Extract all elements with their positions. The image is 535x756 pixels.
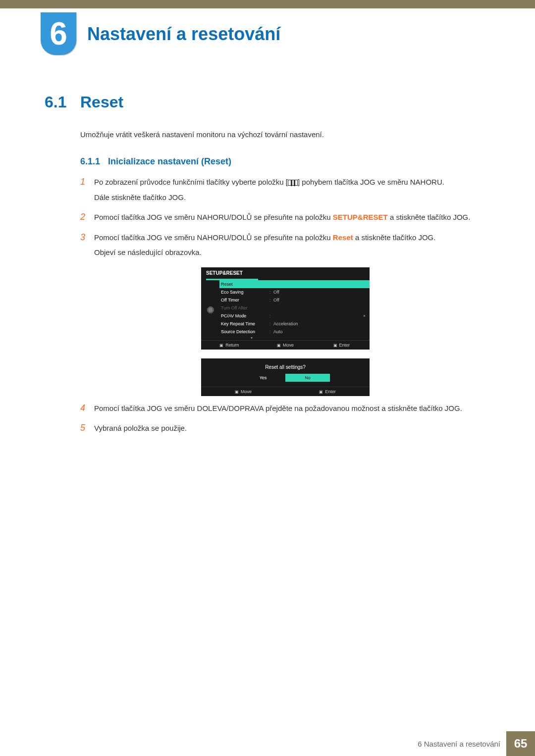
steps-list: 1 Po zobrazení průvodce funkčními tlačít… bbox=[80, 177, 490, 434]
section-title: Reset bbox=[80, 93, 123, 111]
subsection-title: Inicializace nastavení (Reset) bbox=[108, 156, 231, 167]
step-2: 2 Pomocí tlačítka JOG ve směru NAHORU/DO… bbox=[80, 212, 490, 223]
step-5: 5 Vybraná položka se použije. bbox=[80, 423, 490, 434]
step-body: Vybraná položka se použije. bbox=[94, 423, 187, 434]
step-1: 1 Po zobrazení průvodce funkčními tlačít… bbox=[80, 177, 490, 203]
step-number: 4 bbox=[80, 403, 94, 414]
chapter-title: Nastavení a resetování bbox=[87, 24, 280, 45]
osd-row-srcdet: Source Detection : Auto bbox=[220, 328, 370, 336]
step-number: 5 bbox=[80, 423, 94, 434]
chapter-number: 6 bbox=[50, 15, 67, 52]
osd-enter-button: Enter bbox=[314, 341, 370, 350]
osd-row-offtimer: Off Timer : Off bbox=[220, 296, 370, 304]
osd-footer: Return Move Enter bbox=[201, 340, 370, 350]
chapter-badge: 6 bbox=[41, 12, 76, 55]
osd-yes-button: Yes bbox=[241, 374, 285, 382]
osd-confirm: Reset all settings? Yes No Move Enter bbox=[201, 358, 370, 396]
section-number: 6.1 bbox=[45, 93, 80, 111]
step-number: 2 bbox=[80, 212, 94, 223]
step-number: 3 bbox=[80, 232, 94, 258]
osd-move-button: Move bbox=[257, 341, 313, 350]
keyword-setup-reset: SETUP&RESET bbox=[333, 213, 388, 221]
osd-row-eco: Eco Saving : Off bbox=[220, 288, 370, 296]
step-body: Pomocí tlačítka JOG ve směru NAHORU/DOLŮ… bbox=[94, 232, 435, 258]
osd-menu: SETUP&RESET Reset Eco Saving : bbox=[201, 267, 370, 350]
step-3: 3 Pomocí tlačítka JOG ve směru NAHORU/DO… bbox=[80, 232, 490, 258]
osd-confirm-question: Reset all settings? bbox=[201, 358, 370, 374]
content: 6.1 Reset Umožňuje vrátit veškerá nastav… bbox=[45, 93, 490, 443]
osd-row-turnoff: Turn Off After bbox=[220, 304, 370, 312]
keyword-reset: Reset bbox=[333, 233, 353, 242]
osd-enter-button: Enter bbox=[285, 387, 370, 396]
footer-chapter-ref: 6 Nastavení a resetování bbox=[418, 740, 500, 748]
osd-row-pcav: PC/AV Mode : ▸ bbox=[220, 312, 370, 320]
step-body: Pomocí tlačítka JOG ve směru NAHORU/DOLŮ… bbox=[94, 212, 470, 223]
header-band bbox=[0, 0, 535, 8]
osd-move-button: Move bbox=[201, 387, 285, 396]
chevron-right-icon: ▸ bbox=[364, 313, 366, 318]
subsection-heading: 6.1.1 Inicializace nastavení (Reset) bbox=[80, 156, 490, 167]
menu-icon bbox=[288, 180, 298, 186]
osd-no-button: No bbox=[285, 374, 330, 382]
gear-icon bbox=[206, 305, 215, 314]
osd-row-reset: Reset bbox=[219, 280, 370, 288]
step-body: Pomocí tlačítka JOG ve směru DOLEVA/DOPR… bbox=[94, 403, 462, 414]
osd-screenshots: SETUP&RESET Reset Eco Saving : bbox=[80, 267, 490, 396]
osd-title: SETUP&RESET bbox=[201, 267, 370, 279]
osd-confirm-footer: Move Enter bbox=[201, 387, 370, 396]
step-number: 1 bbox=[80, 177, 94, 203]
section-intro: Umožňuje vrátit veškerá nastavení monito… bbox=[80, 130, 490, 139]
subsection-number: 6.1.1 bbox=[80, 156, 108, 167]
chevron-down-icon: ▾ bbox=[220, 336, 370, 340]
step-body: Po zobrazení průvodce funkčními tlačítky… bbox=[94, 177, 444, 203]
step-4: 4 Pomocí tlačítka JOG ve směru DOLEVA/DO… bbox=[80, 403, 490, 414]
page-number: 65 bbox=[506, 731, 535, 756]
page-footer: 6 Nastavení a resetování 65 bbox=[0, 731, 535, 756]
osd-row-keyrep: Key Repeat Time : Acceleration bbox=[220, 320, 370, 328]
osd-return-button: Return bbox=[201, 341, 257, 350]
osd-sidebar bbox=[201, 280, 220, 340]
section-heading: 6.1 Reset bbox=[45, 93, 490, 111]
